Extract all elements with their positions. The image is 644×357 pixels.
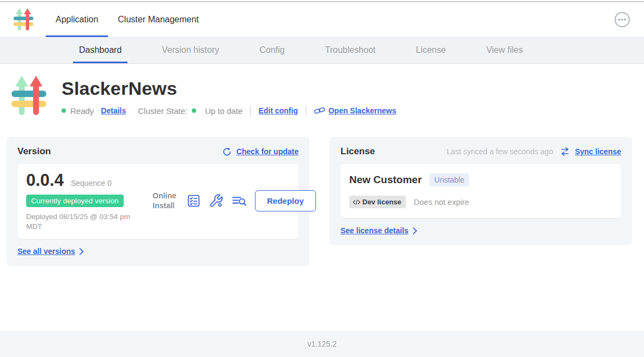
version-card: Version Check for update 0.0.4 Sequence …: [7, 137, 309, 266]
app-status-dot: [62, 108, 66, 113]
wrench-gear-icon: [209, 193, 223, 208]
tab-label: License: [416, 45, 446, 55]
cluster-state-text: Up to date: [205, 106, 242, 116]
sync-license[interactable]: Sync license: [560, 146, 621, 157]
link-icon: [314, 106, 325, 115]
page-title: SlackerNews: [62, 78, 396, 99]
license-card: License Last synced a few seconds ago Sy…: [330, 137, 632, 245]
cluster-status-dot: [192, 108, 196, 113]
refresh-icon: [222, 147, 232, 157]
nav-tab-cluster-management[interactable]: Cluster Management: [108, 2, 209, 37]
tab-view-files[interactable]: View files: [486, 37, 523, 63]
version-number: 0.0.4: [26, 171, 64, 190]
tab-label: Troubleshoot: [325, 45, 375, 55]
checklist-icon: [187, 194, 201, 208]
customer-name: New Customer: [349, 174, 422, 186]
ellipsis-circle-icon: [614, 11, 630, 28]
chevron-right-icon: [79, 247, 84, 256]
sync-license-label: Sync license: [575, 147, 621, 156]
tab-version-history[interactable]: Version history: [162, 37, 219, 63]
app-logo-large: [11, 75, 47, 119]
redeploy-button[interactable]: Redeploy: [255, 190, 316, 211]
hash-arrows-logo-icon: [11, 75, 47, 117]
deployed-timestamp: Deployed 08/15/25 @ 03:54 pm MDT: [26, 212, 141, 231]
check-for-update[interactable]: Check for update: [222, 147, 299, 157]
top-navbar: Application Cluster Management: [0, 2, 644, 37]
edit-config-button[interactable]: [209, 193, 223, 208]
cluster-state-label: Cluster State:: [138, 106, 187, 116]
tab-label: Version history: [162, 45, 219, 55]
license-card-title: License: [341, 146, 375, 157]
see-all-versions-link[interactable]: See all versions: [17, 247, 84, 256]
view-logs-button[interactable]: [232, 194, 247, 208]
see-license-details-label: See license details: [341, 226, 409, 235]
license-type-badge: Dev license: [349, 196, 406, 208]
dashboard-cards: Version Check for update 0.0.4 Sequence …: [0, 119, 644, 266]
tab-license[interactable]: License: [416, 37, 446, 63]
edit-config-link[interactable]: Edit config: [258, 106, 297, 115]
hash-arrows-logo-icon: [13, 8, 34, 32]
logs-search-icon: [232, 194, 247, 208]
app-status-text: Ready: [70, 106, 94, 116]
divider: [250, 106, 251, 116]
code-icon: [353, 199, 361, 205]
version-card-title: Version: [17, 146, 51, 157]
app-header: SlackerNews Ready Details Cluster State:…: [0, 64, 644, 119]
preflight-checks-button[interactable]: [187, 194, 201, 208]
details-link[interactable]: Details: [101, 106, 126, 115]
tab-label: Config: [259, 45, 284, 55]
nav-tab-application[interactable]: Application: [46, 2, 108, 37]
deployed-badge: Currently deployed version: [26, 195, 124, 207]
license-type-label: Dev license: [362, 198, 402, 206]
app-logo-small: [13, 8, 34, 32]
check-for-update-label: Check for update: [236, 147, 299, 156]
current-version-panel: 0.0.4 Sequence 0 Currently deployed vers…: [17, 164, 299, 239]
license-expiry: Does not expire: [414, 198, 470, 207]
channel-badge: Unstable: [429, 173, 469, 186]
nav-tab-label: Application: [56, 15, 98, 25]
license-panel: New Customer Unstable Dev license Does n…: [341, 164, 621, 218]
open-app-link[interactable]: Open Slackernews: [314, 106, 397, 115]
tab-troubleshoot[interactable]: Troubleshoot: [325, 37, 375, 63]
console-version: v1.125.2: [307, 340, 337, 348]
version-sequence: Sequence 0: [71, 179, 112, 187]
tab-label: Dashboard: [79, 45, 121, 55]
tab-config[interactable]: Config: [259, 37, 284, 63]
see-all-versions-label: See all versions: [17, 247, 75, 256]
divider: [306, 106, 306, 116]
app-status-row: Ready Details Cluster State: Up to date …: [62, 106, 396, 116]
tab-label: View files: [486, 45, 523, 55]
sync-arrows-icon: [560, 146, 570, 157]
see-license-details-link[interactable]: See license details: [341, 226, 417, 235]
tab-dashboard[interactable]: Dashboard: [79, 37, 121, 63]
nav-tab-label: Cluster Management: [118, 15, 199, 25]
install-type-label: Online Install: [153, 191, 179, 210]
more-options-button[interactable]: [613, 11, 631, 28]
open-app-label: Open Slackernews: [329, 106, 397, 115]
chevron-right-icon: [412, 227, 417, 235]
footer: v1.125.2: [0, 331, 644, 357]
last-synced-text: Last synced a few seconds ago: [447, 147, 553, 156]
app-subnav: Dashboard Version history Config Trouble…: [0, 37, 644, 64]
